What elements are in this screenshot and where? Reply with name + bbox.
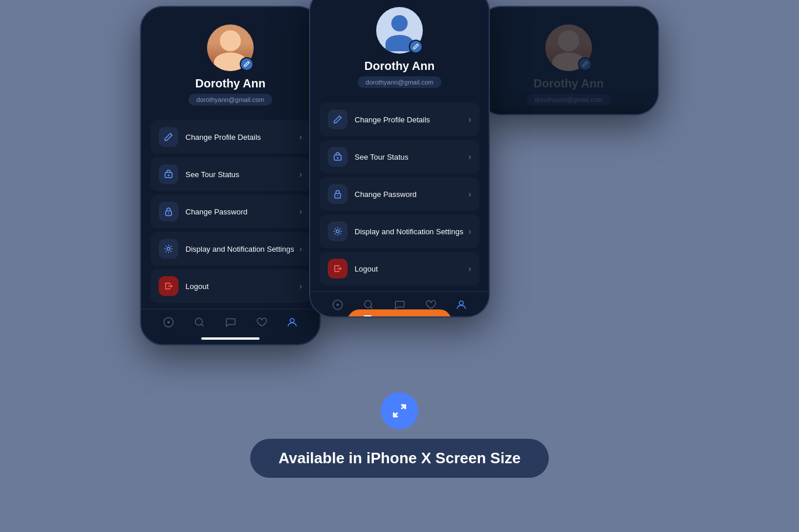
settings-icon-center	[328, 221, 348, 241]
nav-search-center[interactable]	[363, 299, 374, 311]
menu-label-profile-left: Change Profile Details	[185, 133, 299, 142]
chevron-tour-center: ›	[468, 152, 471, 161]
menu-list-center: Change Profile Details › See Tour Status…	[310, 97, 489, 291]
edit-avatar-button-left[interactable]	[240, 57, 254, 71]
chevron-profile-center: ›	[468, 115, 471, 124]
svg-point-4	[167, 248, 170, 251]
edit-avatar-button-center[interactable]	[409, 40, 423, 54]
home-indicator-left	[201, 337, 260, 340]
chevron-logout-center: ›	[468, 264, 471, 273]
chevron-tour-left: ›	[299, 170, 302, 179]
menu-label-logout-left: Logout	[185, 282, 299, 291]
svg-point-7	[195, 318, 202, 325]
phone-icon	[361, 315, 374, 318]
user-email-center: dorothyann@gmail.com	[358, 76, 441, 88]
svg-rect-18	[363, 316, 372, 318]
phone-left: Dorothy Ann dorothyann@gmail.com Change …	[140, 6, 321, 346]
avatar-section-center: Dorothy Ann dorothyann@gmail.com	[310, 0, 489, 97]
size-badge: 375 x 812px	[347, 309, 451, 318]
chevron-display-center: ›	[468, 227, 471, 236]
nav-explore-center[interactable]	[332, 299, 344, 311]
menu-label-tour-left: See Tour Status	[185, 170, 299, 179]
available-badge: Available in iPhone X Screen Size	[250, 439, 548, 478]
menu-tour-left[interactable]: See Tour Status ›	[150, 157, 310, 191]
phone-overlay	[479, 7, 658, 114]
bottom-nav-left	[141, 309, 320, 334]
bottom-section: Available in iPhone X Screen Size	[250, 392, 548, 478]
menu-tour-center[interactable]: See Tour Status ›	[320, 140, 479, 174]
nav-profile-left[interactable]	[286, 316, 298, 328]
tour-icon-left	[159, 164, 178, 184]
lock-icon-center	[328, 184, 348, 204]
chevron-logout-left: ›	[299, 281, 302, 291]
nav-profile-center[interactable]	[455, 299, 467, 311]
pencil-icon-left	[159, 127, 178, 147]
menu-label-password-left: Change Password	[185, 207, 299, 216]
user-name-center: Dorothy Ann	[365, 59, 434, 73]
pencil-icon-center	[328, 110, 348, 129]
phone-center: Dorothy Ann dorothyann@gmail.com Change …	[309, 0, 490, 318]
svg-point-16	[365, 301, 372, 308]
chevron-password-left: ›	[299, 207, 302, 216]
available-text: Available in iPhone X Screen Size	[278, 449, 520, 467]
menu-label-display-left: Display and Notification Settings	[185, 245, 299, 253]
svg-point-6	[167, 321, 170, 323]
chevron-display-left: ›	[299, 244, 302, 253]
menu-logout-center[interactable]: Logout ›	[320, 252, 479, 286]
user-email-left: dorothyann@gmail.com	[188, 94, 272, 105]
scale-icon-button[interactable]	[381, 392, 418, 429]
menu-display-left[interactable]: Display and Notification Settings ›	[150, 232, 310, 266]
menu-change-profile-left[interactable]: Change Profile Details ›	[150, 120, 310, 154]
menu-label-profile-center: Change Profile Details	[355, 115, 468, 124]
logout-icon-center	[328, 259, 348, 279]
size-badge-text: 375 x 812px	[379, 316, 437, 318]
settings-icon-left	[159, 239, 178, 259]
chevron-password-center: ›	[468, 189, 471, 199]
nav-chat-left[interactable]	[225, 316, 236, 328]
silhouette-head	[391, 15, 408, 31]
arrows-minimize-icon	[391, 403, 408, 419]
avatar-wrapper-center	[376, 7, 423, 54]
nav-heart-left[interactable]	[255, 316, 267, 328]
modal-close-button[interactable]: ✕	[657, 108, 659, 115]
user-name-left: Dorothy Ann	[195, 77, 265, 90]
svg-point-13	[337, 230, 339, 233]
svg-point-15	[337, 304, 339, 306]
menu-change-profile-center[interactable]: Change Profile Details ›	[320, 103, 479, 136]
svg-point-17	[460, 301, 464, 305]
menu-logout-left[interactable]: Logout ›	[150, 269, 310, 303]
nav-search-left[interactable]	[194, 316, 205, 328]
svg-point-10	[337, 157, 339, 159]
chevron-profile-left: ›	[299, 132, 302, 142]
menu-display-center[interactable]: Display and Notification Settings ›	[320, 214, 479, 248]
tour-icon-center	[328, 147, 348, 167]
menu-label-password-center: Change Password	[355, 190, 468, 199]
nav-heart-center[interactable]	[425, 299, 436, 311]
menu-password-center[interactable]: Change Password ›	[320, 177, 479, 211]
lock-icon-left	[159, 202, 178, 221]
avatar-wrapper-left	[207, 24, 254, 71]
svg-point-3	[168, 213, 169, 214]
modal-dialog: ✕ ⚠ Are You Sure? Are you sure you want …	[478, 115, 659, 115]
avatar-section-left: Dorothy Ann dorothyann@gmail.com	[141, 7, 320, 114]
menu-label-logout-center: Logout	[355, 265, 468, 273]
menu-password-left[interactable]: Change Password ›	[150, 195, 310, 228]
menu-label-tour-center: See Tour Status	[355, 153, 468, 161]
menu-label-display-center: Display and Notification Settings	[355, 227, 468, 236]
svg-point-8	[290, 319, 295, 323]
menu-list-left: Change Profile Details › See Tour Status…	[141, 114, 320, 309]
nav-chat-center[interactable]	[394, 299, 405, 311]
nav-explore-left[interactable]	[163, 316, 174, 328]
phone-right: Dorothy Ann dorothyann@gmail.com ✕ ⚠ Are…	[478, 6, 659, 115]
svg-point-1	[168, 175, 170, 177]
logout-icon-left	[159, 276, 178, 296]
svg-point-12	[337, 195, 338, 196]
